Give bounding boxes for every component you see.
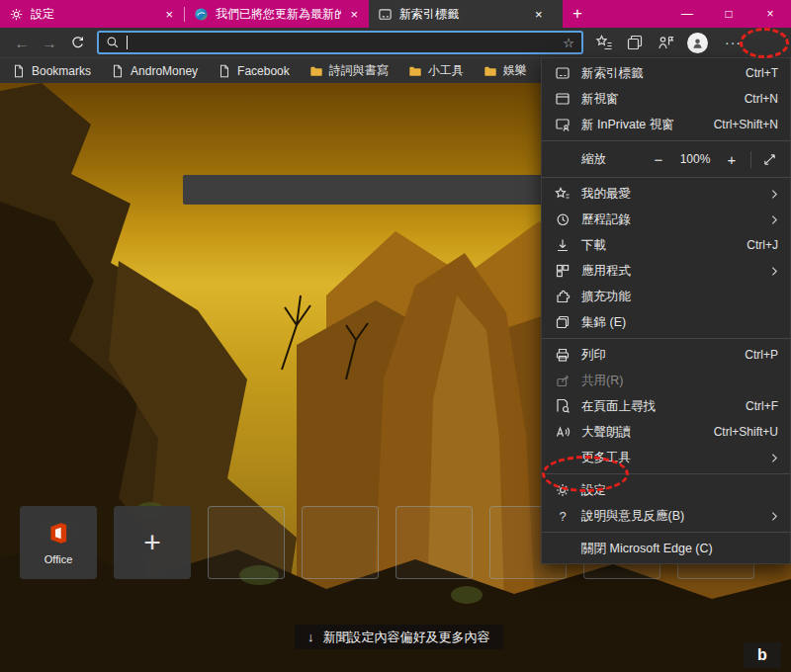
tile-placeholder [302, 506, 379, 579]
menu-item-print[interactable]: 列印 Ctrl+P [542, 342, 790, 368]
bookmark-folder[interactable]: 娛樂 [483, 62, 527, 79]
menu-item-label: 新 InPrivate 視窗 [581, 117, 674, 133]
menu-item-label: 歷程記錄 [581, 211, 631, 228]
history-icon [554, 211, 571, 227]
tab-close-icon[interactable]: × [533, 7, 545, 22]
tab-update-notice[interactable]: 我們已將您更新為最新的組建版 × [185, 0, 369, 28]
menu-item-collections[interactable]: 集錦 (E) [542, 309, 790, 335]
back-button[interactable]: ← [8, 35, 36, 51]
bookmark-item[interactable]: Facebook [218, 64, 290, 78]
close-button[interactable]: × [749, 0, 791, 28]
zoom-in-button[interactable]: + [718, 151, 746, 168]
folder-icon [309, 64, 323, 78]
tile-label: Office [44, 553, 73, 565]
tab-close-icon[interactable]: × [348, 7, 360, 22]
tab-new-tab-page[interactable]: 新索引標籤 × [369, 0, 563, 28]
bookmark-label: Bookmarks [32, 64, 91, 78]
tab-settings[interactable]: 設定 × [0, 0, 184, 28]
menu-item-label: 更多工具 [581, 450, 631, 466]
menu-separator [542, 177, 790, 178]
profile-avatar[interactable] [687, 33, 708, 53]
menu-item-label: 擴充功能 [581, 289, 631, 305]
favorites-star-icon [554, 186, 571, 202]
search-icon [106, 36, 120, 49]
refresh-button[interactable] [63, 36, 91, 50]
page-icon [12, 64, 26, 78]
submenu-chevron-icon [771, 453, 778, 463]
tab-close-icon[interactable]: × [163, 7, 175, 22]
zoom-out-button[interactable]: − [645, 151, 672, 168]
tile-placeholder [208, 506, 285, 579]
menu-item-downloads[interactable]: 下載 Ctrl+J [542, 232, 790, 258]
extensions-puzzle-icon [554, 289, 571, 304]
maximize-button[interactable]: □ [708, 0, 749, 28]
new-window-icon [554, 91, 571, 107]
title-bar: 設定 × 我們已將您更新為最新的組建版 × [0, 0, 791, 28]
settings-and-more-menu: 新索引標籤 Ctrl+T 新視窗 Ctrl+N 新 InPrivate 視窗 C… [541, 57, 791, 564]
bookmark-folder[interactable]: 詩詞與書寫 [309, 62, 389, 79]
menu-item-share: 共用(R) [542, 368, 790, 393]
menu-item-label: 新視窗 [581, 91, 619, 108]
print-icon [554, 347, 571, 363]
bookmark-item[interactable]: Bookmarks [12, 64, 91, 78]
menu-item-more-tools[interactable]: 更多工具 [542, 445, 790, 470]
bookmark-label: Facebook [237, 64, 290, 78]
menu-separator [542, 473, 790, 474]
toolbar-right-icons: ··· [595, 33, 746, 53]
menu-item-apps[interactable]: 應用程式 [542, 258, 790, 284]
menu-item-label: 列印 [581, 347, 606, 364]
collections-icon[interactable] [626, 34, 644, 51]
menu-item-label: 大聲朗讀 [581, 424, 631, 441]
menu-item-history[interactable]: 歷程記錄 [542, 207, 790, 232]
new-tab-button[interactable]: + [563, 0, 592, 28]
window-controls: — □ × [666, 0, 791, 28]
tab-title: 新索引標籤 [399, 6, 526, 23]
menu-item-help-and-feedback[interactable]: ? 說明與意見反應(B) [542, 503, 790, 529]
browser-window: 設定 × 我們已將您更新為最新的組建版 × [0, 0, 791, 672]
bookmark-label: AndroMoney [131, 64, 198, 78]
bing-logo[interactable]: b [744, 642, 781, 668]
folder-icon [408, 64, 422, 78]
menu-item-close-edge[interactable]: 關閉 Microsoft Edge (C) [542, 536, 790, 561]
new-tab-icon [554, 65, 571, 81]
tile-add-shortcut[interactable]: + [114, 506, 191, 579]
find-on-page-icon [554, 398, 571, 414]
zoom-divider [750, 151, 751, 168]
minimize-button[interactable]: — [666, 0, 708, 28]
news-settings-banner[interactable]: ↓ 新聞設定內容偏好及更多內容 [295, 625, 503, 649]
address-bar[interactable]: ☆ [97, 31, 583, 54]
menu-item-new-window[interactable]: 新視窗 Ctrl+N [542, 86, 790, 112]
favorites-icon[interactable] [595, 34, 613, 51]
favorite-this-page-icon[interactable]: ☆ [563, 36, 574, 50]
settings-and-more-button[interactable]: ··· [721, 35, 746, 50]
feedback-icon[interactable] [657, 34, 674, 51]
menu-separator [542, 140, 790, 141]
forward-button[interactable]: → [36, 35, 63, 51]
news-settings-text: 新聞設定內容偏好及更多內容 [323, 629, 490, 646]
bookmark-item[interactable]: AndroMoney [111, 64, 198, 78]
menu-item-new-inprivate-window[interactable]: 新 InPrivate 視窗 Ctrl+Shift+N [542, 112, 790, 137]
bookmark-folder[interactable]: 小工具 [408, 62, 464, 79]
menu-item-new-tab[interactable]: 新索引標籤 Ctrl+T [542, 60, 790, 86]
submenu-chevron-icon [771, 266, 778, 277]
zoom-label: 縮放 [581, 151, 645, 168]
new-tab-page-icon [378, 7, 393, 22]
submenu-chevron-icon [771, 189, 778, 200]
menu-item-shortcut: Ctrl+Shift+U [714, 425, 778, 439]
menu-item-favorites[interactable]: 我的最愛 [542, 181, 790, 207]
submenu-chevron-icon [771, 511, 778, 522]
menu-item-shortcut: Ctrl+T [746, 66, 778, 80]
tile-office[interactable]: Office [20, 506, 97, 579]
bookmark-label: 小工具 [428, 62, 464, 79]
menu-item-label: 新索引標籤 [581, 65, 644, 82]
menu-item-find-on-page[interactable]: 在頁面上尋找 Ctrl+F [542, 393, 790, 419]
navigation-toolbar: ← → ☆ [0, 28, 791, 57]
menu-item-extensions[interactable]: 擴充功能 [542, 284, 790, 309]
folder-icon [483, 64, 497, 78]
fullscreen-icon[interactable] [756, 152, 782, 167]
menu-item-settings[interactable]: 設定 [542, 477, 790, 503]
menu-item-shortcut: Ctrl+F [746, 399, 778, 413]
tab-title: 我們已將您更新為最新的組建版 [216, 6, 341, 23]
menu-item-read-aloud[interactable]: 大聲朗讀 Ctrl+Shift+U [542, 419, 790, 445]
menu-item-label: 我的最愛 [581, 186, 631, 203]
